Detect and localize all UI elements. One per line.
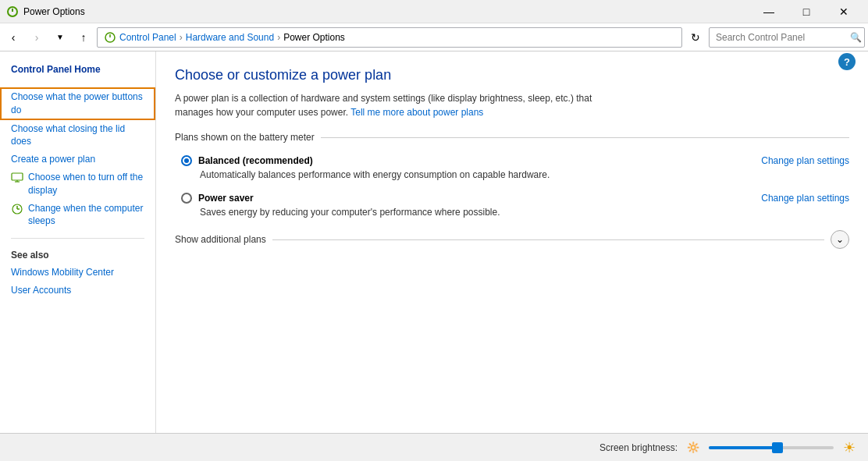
sidebar-item-user-accounts-label: User Accounts <box>11 284 71 297</box>
page-title: Choose or customize a power plan <box>175 67 849 83</box>
plan-balanced-desc: Automatically balances performance with … <box>200 169 849 180</box>
brightness-slider-fill <box>709 446 777 449</box>
sidebar-item-mobility-center-label: Windows Mobility Center <box>11 266 114 279</box>
change-plan-balanced-link[interactable]: Change plan settings <box>761 155 849 166</box>
plan-power-saver-desc: Saves energy by reducing your computer's… <box>200 207 849 218</box>
sleep-icon <box>11 203 23 215</box>
dropdown-button[interactable]: ▼ <box>50 27 70 48</box>
section-line <box>321 137 849 138</box>
minimize-button[interactable]: — <box>751 0 787 23</box>
brightness-label: Screen brightness: <box>599 442 678 453</box>
tell-me-more-link[interactable]: Tell me more about power plans <box>350 107 483 118</box>
change-plan-power-saver-link[interactable]: Change plan settings <box>761 193 849 204</box>
sidebar-item-create-plan-label: Create a power plan <box>11 153 95 166</box>
brightness-slider-thumb[interactable] <box>772 442 783 453</box>
radio-power-saver[interactable] <box>181 193 192 204</box>
see-also-heading: See also <box>0 246 155 264</box>
sidebar-home-link[interactable]: Control Panel Home <box>0 61 155 81</box>
path-control-panel[interactable]: Control Panel <box>119 32 176 43</box>
sidebar: Control Panel Home Choose what the power… <box>0 51 156 433</box>
search-button[interactable]: 🔍 <box>850 32 862 43</box>
plan-balanced-name: Balanced (recommended) <box>198 155 313 166</box>
sidebar-item-power-buttons-label: Choose what the power buttons do <box>11 90 144 117</box>
path-power-options: Power Options <box>283 32 345 43</box>
brightness-slider-track[interactable] <box>709 446 834 449</box>
address-bar: ‹ › ▼ ↑ Control Panel › Hardware and Sou… <box>0 23 868 51</box>
bottom-bar: Screen brightness: 🔆 ☀ <box>0 433 868 461</box>
show-additional-line <box>272 239 824 240</box>
sun-small-icon: 🔆 <box>687 441 699 453</box>
maximize-button[interactable]: □ <box>788 0 824 23</box>
back-button[interactable]: ‹ <box>3 27 23 48</box>
path-icon <box>104 31 116 44</box>
up-button[interactable]: ↑ <box>73 27 94 48</box>
section-divider: Plans shown on the battery meter <box>175 132 849 143</box>
search-wrapper: 🔍 <box>709 27 865 48</box>
plan-power-saver-header: Power saver Change plan settings <box>181 193 849 204</box>
refresh-button[interactable]: ↻ <box>685 27 706 48</box>
plan-item-power-saver: Power saver Change plan settings Saves e… <box>175 193 849 218</box>
search-input[interactable] <box>709 27 865 48</box>
help-button[interactable]: ? <box>838 53 856 70</box>
content-description: A power plan is a collection of hardware… <box>175 91 628 119</box>
show-additional-plans[interactable]: Show additional plans ⌄ <box>175 230 849 249</box>
show-additional-button[interactable]: ⌄ <box>831 230 849 249</box>
address-path: Control Panel › Hardware and Sound › Pow… <box>97 27 682 48</box>
window-controls: — □ ✕ <box>751 0 862 23</box>
sidebar-divider <box>11 238 144 239</box>
sidebar-item-close-lid[interactable]: Choose what closing the lid does <box>0 120 155 151</box>
radio-balanced[interactable] <box>181 155 192 166</box>
app-title: Power Options <box>23 6 85 17</box>
plan-power-saver-name: Power saver <box>198 193 254 204</box>
plan-balanced-header: Balanced (recommended) Change plan setti… <box>181 155 849 166</box>
main-container: Control Panel Home Choose what the power… <box>0 51 868 433</box>
path-hardware-sound[interactable]: Hardware and Sound <box>186 32 274 43</box>
sun-large-icon: ☀ <box>843 439 856 456</box>
content-area: Choose or customize a power plan A power… <box>156 51 868 433</box>
sidebar-item-sleep-label: Change when the computer sleeps <box>28 202 144 229</box>
forward-button[interactable]: › <box>27 27 47 48</box>
app-icon <box>6 5 19 18</box>
show-additional-label: Show additional plans <box>175 234 266 245</box>
sidebar-item-mobility-center[interactable]: Windows Mobility Center <box>0 264 155 282</box>
sidebar-item-create-plan[interactable]: Create a power plan <box>0 151 155 168</box>
plan-item-balanced: Balanced (recommended) Change plan setti… <box>175 155 849 180</box>
sidebar-item-user-accounts[interactable]: User Accounts <box>0 282 155 300</box>
sidebar-item-close-lid-label: Choose what closing the lid does <box>11 122 144 149</box>
title-bar: Power Options — □ ✕ <box>0 0 868 23</box>
monitor-icon <box>11 172 23 184</box>
svg-rect-4 <box>12 173 23 180</box>
section-label: Plans shown on the battery meter <box>175 132 315 143</box>
sidebar-item-turn-off-display[interactable]: Choose when to turn off the display <box>0 168 155 200</box>
sidebar-item-power-buttons[interactable]: Choose what the power buttons do <box>0 87 155 120</box>
sidebar-item-sleep[interactable]: Change when the computer sleeps <box>0 200 155 231</box>
sidebar-item-turn-off-display-label: Choose when to turn off the display <box>28 171 144 197</box>
close-button[interactable]: ✕ <box>826 0 862 23</box>
